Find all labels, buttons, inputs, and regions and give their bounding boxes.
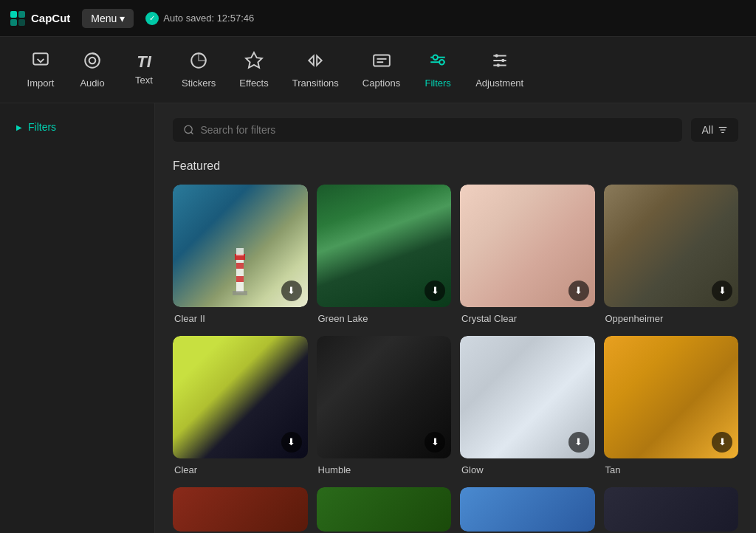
svg-rect-3 <box>18 19 25 26</box>
search-icon <box>183 124 194 136</box>
svg-point-6 <box>89 58 96 64</box>
autosave-text: Auto saved: 12:57:46 <box>163 13 254 24</box>
search-bar: All <box>173 118 738 142</box>
toolbar-audio[interactable]: Audio <box>66 45 118 94</box>
content-area: All Featured <box>155 103 756 533</box>
svg-line-25 <box>191 132 193 134</box>
filter-grid-row2: ⬇ Clear ⬇ Humble ⬇ Glow ⬇ <box>173 336 738 475</box>
sidebar-filters-label: Filters <box>28 121 56 133</box>
partial-thumb-3 <box>460 487 595 532</box>
autosave-indicator: ✓ Auto saved: 12:57:46 <box>145 12 254 25</box>
featured-title: Featured <box>173 159 738 173</box>
download-icon-crystal-clear[interactable]: ⬇ <box>568 281 589 301</box>
toolbar-adjustment-label: Adjustment <box>475 78 523 89</box>
download-icon-oppenheimer[interactable]: ⬇ <box>712 281 732 301</box>
toolbar-captions-label: Captions <box>362 78 400 89</box>
toolbar-captions[interactable]: Captions <box>351 45 412 94</box>
toolbar-import-label: Import <box>27 78 55 89</box>
svg-point-24 <box>185 125 192 133</box>
download-icon-humble[interactable]: ⬇ <box>425 432 445 453</box>
import-icon <box>31 51 50 73</box>
toolbar-adjustment[interactable]: Adjustment <box>464 45 535 94</box>
filter-name-tan: Tan <box>604 464 739 475</box>
filter-name-clear-ii: Clear II <box>173 313 308 324</box>
filter-thumb-tan: ⬇ <box>604 336 739 458</box>
svg-rect-9 <box>374 55 390 66</box>
toolbar-text-label: Text <box>135 75 153 86</box>
download-icon-green-lake[interactable]: ⬇ <box>425 281 445 301</box>
svg-point-12 <box>433 55 439 60</box>
filter-name-crystal-clear: Crystal Clear <box>460 313 595 324</box>
toolbar-effects-label: Effects <box>239 78 269 89</box>
filter-card-humble[interactable]: ⬇ Humble <box>317 336 452 475</box>
filter-card-crystal-clear[interactable]: ⬇ Crystal Clear <box>460 185 595 324</box>
captions-icon <box>372 51 391 73</box>
topbar: CapCut Menu ▾ ✓ Auto saved: 12:57:46 <box>0 0 756 37</box>
download-icon-clear[interactable]: ⬇ <box>281 432 302 453</box>
toolbar-stickers[interactable]: Stickers <box>170 45 227 94</box>
filter-icon <box>718 125 728 135</box>
filter-card-partial-4[interactable] <box>604 487 739 532</box>
toolbar-transitions-label: Transitions <box>292 78 339 89</box>
filter-thumb-crystal-clear: ⬇ <box>460 185 595 307</box>
filter-name-green-lake: Green Lake <box>317 313 452 324</box>
download-icon-clear-ii[interactable]: ⬇ <box>281 281 302 301</box>
search-input[interactable] <box>200 124 672 136</box>
svg-point-22 <box>501 59 504 62</box>
adjustment-icon <box>490 51 509 73</box>
filter-name-glow: Glow <box>460 464 595 475</box>
filter-name-clear: Clear <box>173 464 308 475</box>
all-label: All <box>701 124 713 136</box>
filter-card-green-lake[interactable]: ⬇ Green Lake <box>317 185 452 324</box>
filter-card-tan[interactable]: ⬇ Tan <box>604 336 739 475</box>
download-icon-tan[interactable]: ⬇ <box>712 432 732 453</box>
svg-marker-8 <box>246 52 262 68</box>
toolbar-transitions[interactable]: Transitions <box>281 45 351 94</box>
sidebar-item-filters[interactable]: ▶ Filters <box>9 115 145 139</box>
toolbar-filters-label: Filters <box>425 78 450 89</box>
filter-card-partial-1[interactable] <box>173 487 308 532</box>
filter-card-partial-2[interactable] <box>317 487 452 532</box>
app-logo: CapCut <box>9 10 70 27</box>
toolbar-audio-label: Audio <box>80 78 104 89</box>
menu-chevron: ▾ <box>120 13 125 24</box>
main-layout: ▶ Filters All Featured <box>0 103 756 533</box>
menu-label: Menu <box>91 13 117 24</box>
filter-thumb-oppenheimer: ⬇ <box>604 185 739 307</box>
svg-rect-34 <box>236 276 244 282</box>
svg-rect-0 <box>10 11 17 18</box>
filter-card-clear[interactable]: ⬇ Clear <box>173 336 308 475</box>
toolbar-effects[interactable]: Effects <box>227 45 281 94</box>
partial-thumb-2 <box>317 487 452 532</box>
filter-grid-row1: ⬇ Clear II ⬇ Green Lake ⬇ Crystal Clear <box>173 185 738 324</box>
menu-button[interactable]: Menu ▾ <box>82 9 134 28</box>
effects-icon <box>244 51 264 73</box>
audio-icon <box>83 51 102 73</box>
filter-thumb-green-lake: ⬇ <box>317 185 452 307</box>
partial-thumb-1 <box>173 487 308 532</box>
filter-card-oppenheimer[interactable]: ⬇ Oppenheimer <box>604 185 739 324</box>
filter-card-partial-3[interactable] <box>460 487 595 532</box>
toolbar-import[interactable]: Import <box>15 45 66 94</box>
filter-name-oppenheimer: Oppenheimer <box>604 313 739 324</box>
filter-grid-partial <box>173 487 738 532</box>
toolbar-text[interactable]: TI Text <box>118 48 170 92</box>
search-wrapper <box>173 118 682 142</box>
filter-card-clear-ii[interactable]: ⬇ Clear II <box>173 185 308 324</box>
svg-rect-29 <box>236 255 244 292</box>
filter-name-humble: Humble <box>317 464 452 475</box>
filter-thumb-clear: ⬇ <box>173 336 308 458</box>
app-name: CapCut <box>31 12 70 24</box>
toolbar-stickers-label: Stickers <box>182 78 216 89</box>
toolbar: Import Audio TI Text Stickers Effects Tr… <box>0 37 756 103</box>
check-icon: ✓ <box>145 12 159 25</box>
partial-thumb-4 <box>604 487 739 532</box>
svg-point-23 <box>496 63 499 66</box>
toolbar-filters[interactable]: Filters <box>412 45 464 94</box>
download-icon-glow[interactable]: ⬇ <box>568 432 589 453</box>
filter-card-glow[interactable]: ⬇ Glow <box>460 336 595 475</box>
svg-rect-32 <box>233 291 247 295</box>
all-filter-button[interactable]: All <box>691 118 738 142</box>
sidebar-arrow-icon: ▶ <box>16 123 22 131</box>
svg-point-13 <box>439 60 444 65</box>
